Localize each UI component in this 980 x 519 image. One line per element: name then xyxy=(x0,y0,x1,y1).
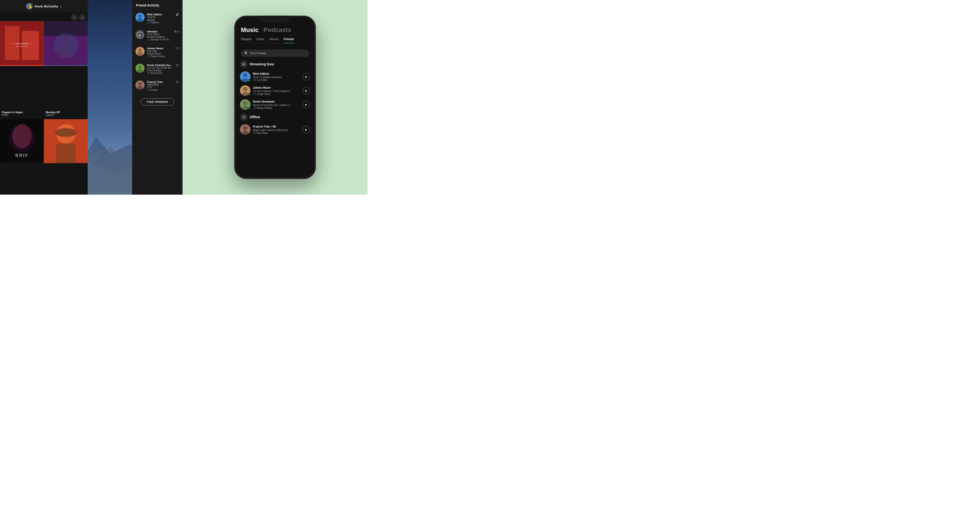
album-item-brif[interactable]: BRIF xyxy=(0,119,44,165)
chevron-down-icon[interactable]: ▾ xyxy=(60,5,62,8)
svg-point-44 xyxy=(138,49,142,52)
spotify-sidebar: 🎭 Kevin McCarthy ▾ ‹ › PAGANS xyxy=(0,0,88,195)
phone-friend-info-francis-offline: Francis Tran • 8h Night Light • Above & … xyxy=(253,125,300,134)
tab-playlists[interactable]: Playlists xyxy=(241,38,251,43)
offline-section-header: Offline xyxy=(240,113,310,121)
phone-friend-name-francis-offline: Francis Tran • 8h xyxy=(253,125,300,128)
music-note-icon: 🎵 xyxy=(253,79,256,81)
album-grid-2: BRIF xyxy=(0,119,88,167)
user-header[interactable]: 🎭 Kevin McCarthy ▾ xyxy=(0,0,88,13)
phone-friend-playlist-nick: 🎵 3.15.2020 xyxy=(253,79,300,81)
album-text-marvin xyxy=(44,163,88,165)
streaming-now-section: Streaming Now xyxy=(240,60,310,68)
phone-friend-nick[interactable]: Nick Adkins Time • Childish Gambino 🎵 3.… xyxy=(240,72,310,82)
svg-rect-23 xyxy=(5,26,19,60)
svg-point-55 xyxy=(243,73,247,77)
phone-play-nick[interactable]: ▶ xyxy=(302,73,310,81)
friend-track-kevin-c: I've Got You Under My ... xyxy=(147,67,179,69)
album-text-pagans: Pagans in Vegas Metric xyxy=(0,110,44,117)
friend-item-francis[interactable]: Francis Tran 8 h WANNABE ITZY 🎵 k-bops xyxy=(132,78,183,94)
album-cover-monday xyxy=(44,21,88,66)
phone-friend-kevin-g[interactable]: Kevin Gunawan Nancy From Now On • Father… xyxy=(240,99,310,110)
online-dot-james xyxy=(248,93,250,96)
streaming-icon xyxy=(240,60,248,68)
phone-friend-info-james: James Hearn Yo Soy Cubano • The Chakach.… xyxy=(253,86,300,96)
search-icon: 🔍 xyxy=(244,51,248,55)
phone-search[interactable]: 🔍 Find Friends xyxy=(241,49,309,57)
svg-point-41 xyxy=(138,14,142,18)
phone-play-kevin-g[interactable]: ▶ xyxy=(302,101,310,108)
album-text-monday: Monday EP Låpsley xyxy=(44,110,88,117)
play-button-sheedyc[interactable]: ▶ xyxy=(137,32,143,38)
friend-avatar-francis xyxy=(135,81,145,90)
friend-playlist-kevin-c: 🎵 All Out 50s xyxy=(147,72,179,75)
svg-point-38 xyxy=(55,128,76,137)
phone-friend-francis[interactable]: Francis Tran • 8h Night Light • Above & … xyxy=(240,124,310,135)
friend-avatar-kevin-c xyxy=(135,64,145,73)
svg-text:BRIF: BRIF xyxy=(15,153,29,158)
svg-point-61 xyxy=(243,101,247,105)
phone-play-francis-offline[interactable]: ▶ xyxy=(302,126,310,133)
friend-album-francis: ITZY xyxy=(147,86,179,89)
friend-time-kevin-c: 4 h xyxy=(176,64,179,67)
svg-point-5 xyxy=(108,8,108,9)
album-item-marvin[interactable] xyxy=(44,119,88,165)
friend-name-james: James Hearn xyxy=(147,47,164,50)
phone-play-james[interactable]: ▶ xyxy=(302,87,310,94)
album-grid: PAGANS IN VEGAS Pagans in Vegas Metric xyxy=(0,21,88,119)
friend-track-sheedyc: Scott Street xyxy=(147,33,179,35)
next-arrow[interactable]: › xyxy=(79,14,86,21)
phone-friend-info-kevin-g: Kevin Gunawan Nancy From Now On • Father… xyxy=(253,100,300,109)
svg-text:PAGANS: PAGANS xyxy=(17,42,27,45)
svg-point-34 xyxy=(12,124,32,148)
svg-point-17 xyxy=(101,22,101,23)
album-item-monday[interactable]: Monday EP Låpsley xyxy=(44,21,88,117)
friend-time-sheedyc: 38 m xyxy=(174,30,179,33)
friend-info-nick: Nick Adkins 🔊 YGMYC Makoto 🎵 YGMYC xyxy=(147,13,179,24)
friend-item-nick[interactable]: Nick Adkins 🔊 YGMYC Makoto 🎵 YGMYC xyxy=(132,10,183,27)
friend-item-kevin-c[interactable]: Kevin Chandra Gu... 4 h I've Got You Und… xyxy=(132,61,183,78)
friend-item-sheedyc[interactable]: ▶ sheedyc 38 m Scott Street Phoebe Bridg… xyxy=(132,27,183,44)
prev-arrow[interactable]: ‹ xyxy=(71,14,78,21)
phone-avatar-nick xyxy=(240,72,251,82)
friend-album-sheedyc: Phoebe Bridgers xyxy=(147,35,179,38)
tab-albums[interactable]: Albums xyxy=(269,38,278,43)
album-artist-monday: Låpsley xyxy=(46,114,86,116)
friend-playlist-francis: 🎵 k-bops xyxy=(147,89,179,91)
playlist-icon-4: 🎵 xyxy=(147,72,150,75)
phone-friend-info-nick: Nick Adkins Time • Childish Gambino 🎵 3.… xyxy=(253,72,300,81)
music-note-icon-3: 🎵 xyxy=(253,107,256,109)
friend-name-sheedyc: sheedyc xyxy=(147,30,158,33)
music-note-icon-4: 🎵 xyxy=(253,132,256,134)
phone-friend-james[interactable]: James Hearn Yo Soy Cubano • The Chakach.… xyxy=(240,85,310,96)
album-title-monday: Monday EP xyxy=(46,111,86,114)
album-item-pagans[interactable]: PAGANS IN VEGAS Pagans in Vegas Metric xyxy=(0,21,44,117)
phone-title-music: Music xyxy=(241,26,259,33)
avatar: 🎭 xyxy=(26,3,33,10)
friend-name-nick: Nick Adkins xyxy=(147,13,162,16)
album-title-pagans: Pagans in Vegas xyxy=(2,111,42,114)
find-friends-button[interactable]: FIND FRIENDS xyxy=(141,98,174,105)
svg-point-64 xyxy=(243,116,244,118)
friend-playlist-sheedyc: 🎵 Stranger in the Al... xyxy=(147,38,179,41)
svg-point-45 xyxy=(137,52,143,56)
svg-point-50 xyxy=(138,82,142,86)
svg-point-4 xyxy=(91,2,92,3)
phone-title-row: Music Podcasts xyxy=(241,26,309,33)
tab-friends[interactable]: Friends xyxy=(283,38,294,43)
friend-info-francis: Francis Tran 8 h WANNABE ITZY 🎵 k-bops xyxy=(147,81,179,91)
offline-section: Offline xyxy=(240,113,310,121)
phone-friend-track-james: Yo Soy Cubano • The Chakach... xyxy=(253,90,300,92)
friend-avatar-james xyxy=(135,47,145,56)
left-panel: 🎭 Kevin McCarthy ▾ ‹ › PAGANS xyxy=(0,0,183,195)
friend-info-kevin-c: Kevin Chandra Gu... 4 h I've Got You Und… xyxy=(147,64,179,75)
svg-point-6 xyxy=(127,4,127,5)
tab-artists[interactable]: Artists xyxy=(256,38,264,43)
friend-track-james: Everyday xyxy=(147,50,179,53)
album-artist-pagans: Metric xyxy=(2,114,42,116)
friend-item-james[interactable]: James Hearn 2 h Everyday Weyes Blood 🎵 T… xyxy=(132,44,183,61)
friend-playlist-nick: 🎵 YGMYC xyxy=(147,21,179,24)
friend-track-francis: WANNABE xyxy=(147,83,179,86)
album-text-brif xyxy=(0,163,44,165)
friend-info-james: James Hearn 2 h Everyday Weyes Blood 🎵 T… xyxy=(147,47,179,58)
